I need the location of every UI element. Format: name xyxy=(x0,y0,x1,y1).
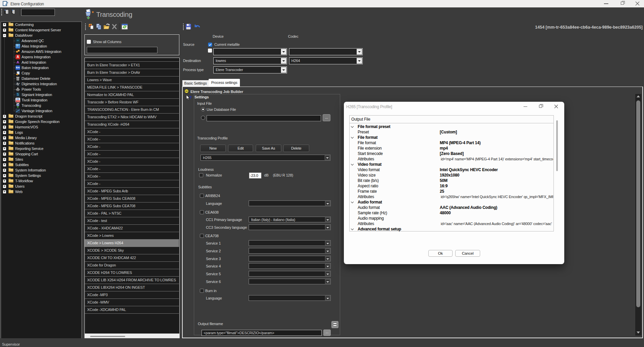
svg-text:?: ? xyxy=(189,95,192,100)
svg-text:IBM: IBM xyxy=(16,98,19,100)
svg-text:Tivoli: Tivoli xyxy=(16,100,20,102)
